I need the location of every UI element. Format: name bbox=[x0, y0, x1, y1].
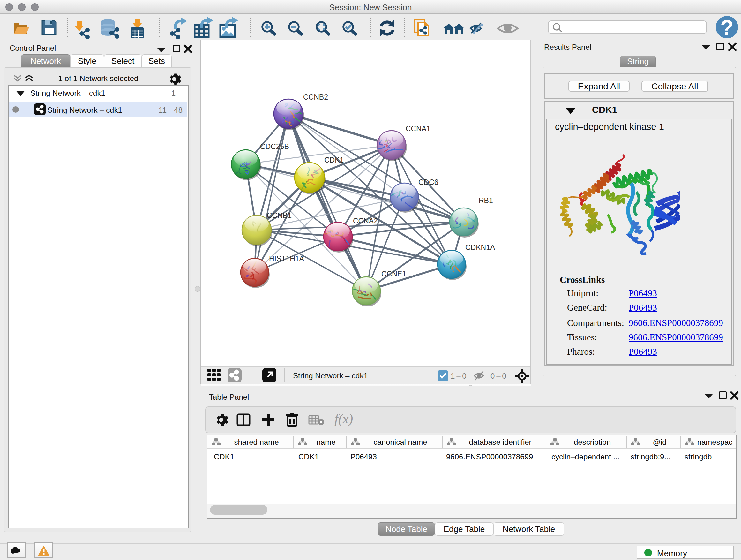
svg-text:CCNB1: CCNB1 bbox=[267, 211, 292, 220]
svg-text:HIST1H1A: HIST1H1A bbox=[269, 254, 305, 263]
svg-text:CDKN1A: CDKN1A bbox=[465, 243, 495, 252]
svg-text:CCNA2: CCNA2 bbox=[353, 217, 378, 225]
svg-text:CCNA1: CCNA1 bbox=[406, 125, 430, 133]
svg-text:CDK1: CDK1 bbox=[324, 156, 344, 164]
svg-text:CCNE1: CCNE1 bbox=[381, 270, 406, 278]
svg-text:?: ? bbox=[720, 15, 734, 40]
svg-text:CDC6: CDC6 bbox=[418, 178, 439, 186]
svg-text:CDC25B: CDC25B bbox=[260, 142, 289, 151]
svg-text:RB1: RB1 bbox=[479, 196, 493, 205]
svg-text:CCNB2: CCNB2 bbox=[303, 93, 328, 101]
